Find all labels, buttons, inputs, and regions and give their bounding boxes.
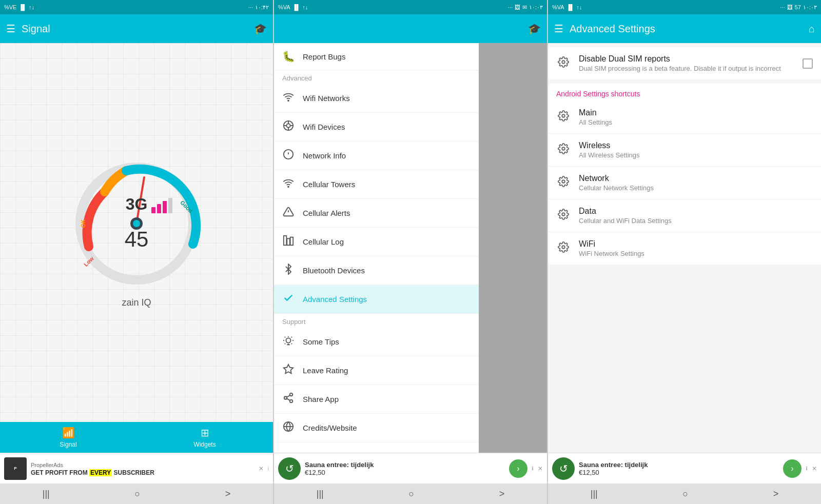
nav-widgets[interactable]: ⊞ Widgets (136, 427, 273, 448)
battery-text-3: %VA (552, 4, 564, 10)
menu-item-cellular-towers[interactable]: Cellular Towers (274, 170, 479, 199)
check-icon (282, 292, 295, 306)
widgets-nav-icon: ⊞ (201, 427, 209, 439)
back-btn-2[interactable]: ||| (304, 487, 336, 501)
menu-item-wifi-devices[interactable]: Wifi Devices (274, 113, 479, 142)
svg-rect-18 (287, 238, 290, 245)
ad-main-text: GET PROFIT FROM EVERY SUBSCRIBER (31, 469, 154, 476)
nav-buttons-3: ||| ○ > (548, 483, 821, 504)
menu-icon[interactable]: ☰ (6, 23, 15, 35)
top-bar-3: ☰ Advanced Settings ⌂ (548, 14, 821, 43)
gear-icon-dual (556, 56, 571, 70)
gear-icon-wifi (556, 241, 571, 255)
menu-item-report-bugs[interactable]: 🐛 Report Bugs (274, 43, 479, 70)
bluetooth-icon (282, 264, 295, 277)
report-bugs-label: Report Bugs (303, 52, 345, 61)
signal-bars (151, 198, 172, 213)
dual-sim-title: Disable Dual SIM reports (579, 54, 794, 64)
signal-nav-icon: 📶 (62, 427, 75, 439)
wireless-settings-item[interactable]: Wireless All Wireless Settings (548, 134, 821, 167)
dots-icon-3: ··· (780, 4, 785, 10)
time-text-3: ۱۰:۰۳ (803, 4, 817, 11)
menu-icon-3[interactable]: ☰ (554, 23, 563, 35)
data-settings-subtitle: Cellular and WiFi Data Settings (579, 217, 813, 225)
leave-rating-label: Leave Rating (303, 366, 348, 375)
menu-item-bluetooth[interactable]: Bluetooth Devices (274, 256, 479, 285)
signal-icon: ▐▌ (18, 4, 27, 10)
signal-value: 45 (125, 228, 149, 251)
ad-close-3[interactable]: ✕ (812, 465, 817, 472)
support-section-label: Support (274, 314, 479, 328)
cellular-log-icon (282, 235, 295, 249)
ad-close-2[interactable]: ✕ (538, 465, 543, 472)
recent-button[interactable]: > (213, 487, 243, 501)
status-bar-left: %VE ▐▌ ↑↓ (4, 4, 34, 10)
recent-btn-2[interactable]: > (487, 487, 517, 501)
star-icon (282, 364, 295, 377)
svg-point-33 (562, 213, 565, 216)
network-settings-title: Network (579, 174, 813, 183)
nav-signal[interactable]: 📶 Signal (0, 427, 136, 448)
advanced-section-label: Advanced (274, 70, 479, 84)
home-btn-3[interactable]: ○ (670, 487, 700, 501)
bar-4 (168, 198, 172, 213)
wifi-devices-icon (282, 120, 295, 134)
main-settings-subtitle: All Settings (579, 118, 813, 126)
drawer-area: 🐛 Report Bugs Advanced Wifi Networks (274, 43, 547, 453)
menu-item-leave-rating[interactable]: Leave Rating (274, 356, 479, 385)
signal-content: 3G 45 OK Low Good zain IQ (0, 43, 273, 422)
network-info-icon (282, 149, 295, 163)
menu-item-some-tips[interactable]: Some Tips (274, 328, 479, 356)
menu-item-wifi-networks[interactable]: Wifi Networks (274, 84, 479, 113)
dual-sim-text: Disable Dual SIM reports Dual SIM proces… (579, 54, 794, 72)
wireless-settings-title: Wireless (579, 141, 813, 150)
graduation-icon[interactable]: 🎓 (254, 23, 267, 35)
dots-icon: ··· (248, 4, 253, 10)
ad-text: PropellerAds GET PROFIT FROM EVERY SUBSC… (31, 461, 255, 476)
ad-close-icon[interactable]: ✕ (259, 465, 264, 472)
graduation-icon-2[interactable]: 🎓 (528, 23, 541, 35)
svg-rect-19 (290, 237, 294, 246)
ad-arrow-btn-2[interactable]: › (509, 459, 527, 478)
svg-line-26 (287, 395, 290, 397)
home-button[interactable]: ○ (122, 487, 152, 501)
advanced-settings-title: Advanced Settings (570, 23, 803, 35)
nav-buttons-2: ||| ○ > (274, 483, 547, 504)
menu-item-network-info[interactable]: Network Info (274, 142, 479, 170)
status-bar-right-3: ··· 🖼 57 ۱۰:۰۳ (780, 4, 817, 11)
home-btn-2[interactable]: ○ (396, 487, 426, 501)
dual-sim-card: Disable Dual SIM reports Dual SIM proces… (548, 47, 821, 79)
img-icon-3: 🖼 (787, 4, 793, 10)
bar-2 (157, 204, 161, 213)
dual-sim-checkbox[interactable] (803, 58, 813, 69)
menu-item-advanced-settings[interactable]: Advanced Settings (274, 285, 479, 314)
menu-item-credits[interactable]: Credits/Website (274, 414, 479, 442)
data-settings-item[interactable]: Data Cellular and WiFi Data Settings (548, 199, 821, 232)
wifi-settings-item[interactable]: WiFi WiFi Network Settings (548, 232, 821, 265)
back-button[interactable]: ||| (30, 487, 62, 501)
back-btn-3[interactable]: ||| (578, 487, 610, 501)
menu-item-cellular-log[interactable]: Cellular Log (274, 228, 479, 256)
ad-arrow-btn-3[interactable]: › (783, 459, 802, 478)
signal-nav-label: Signal (60, 441, 76, 448)
advanced-settings-label: Advanced Settings (303, 295, 367, 304)
menu-item-share-app[interactable]: Share App (274, 385, 479, 414)
svg-point-29 (562, 61, 565, 64)
home-icon-3[interactable]: ⌂ (809, 23, 815, 35)
menu-item-cellular-alerts[interactable]: Cellular Alerts (274, 199, 479, 228)
wifi-networks-icon (282, 91, 295, 105)
network-settings-item[interactable]: Network Cellular Network Settings (548, 167, 821, 199)
main-settings-item[interactable]: Main All Settings (548, 101, 821, 134)
wifi-status-icon: ↑↓ (29, 4, 34, 10)
mail-icon-2: ✉ (522, 4, 527, 11)
main-settings-title: Main (579, 108, 813, 117)
status-bar-right: ··· ۱۰:۴۲ (248, 4, 269, 11)
recent-btn-3[interactable]: > (761, 487, 791, 501)
signal-icon-3: ▐▌ (566, 4, 575, 10)
battery-text: %VE (4, 4, 16, 10)
settings-content: Disable Dual SIM reports Dual SIM proces… (548, 43, 821, 453)
menu-panel: %VA ▐▌ ↑↓ ··· 🖼 ✉ ۱۰:۰۳ 🎓 🐛 Report Bugs … (274, 0, 547, 504)
time-text-2: ۱۰:۰۳ (529, 4, 543, 11)
svg-rect-17 (284, 236, 287, 245)
signal-icon-2: ▐▌ (292, 4, 301, 10)
